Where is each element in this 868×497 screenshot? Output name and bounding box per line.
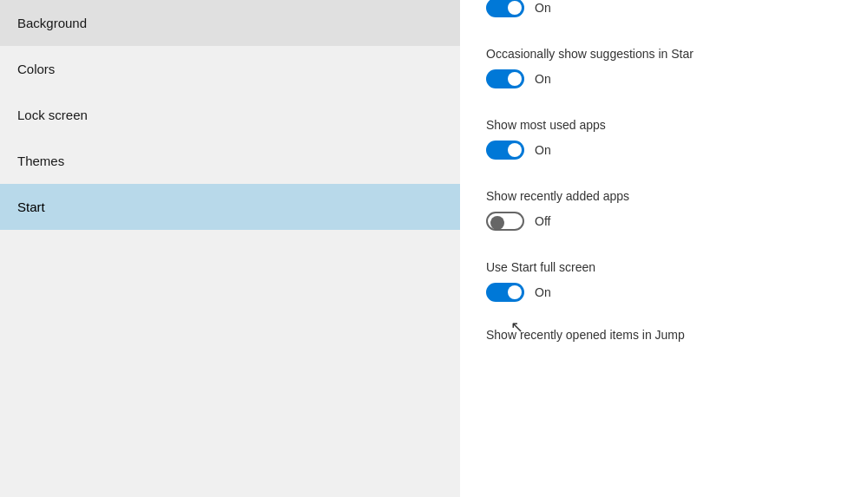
sidebar: Background Colors Lock screen Themes Sta… xyxy=(0,0,460,497)
sidebar-item-colors[interactable]: Colors xyxy=(0,46,460,92)
setting-row-bottom-partial: Show recently opened items in Jump xyxy=(486,316,842,350)
toggle-knob xyxy=(508,143,522,157)
setting-label-bottom-partial: Show recently opened items in Jump xyxy=(486,328,842,342)
toggle-row-suggestions: On xyxy=(486,69,842,88)
sidebar-item-lock-screen[interactable]: Lock screen xyxy=(0,92,460,138)
toggle-knob xyxy=(508,72,522,86)
toggle-knob xyxy=(508,285,522,299)
setting-row-suggestions: Occasionally show suggestions in Star On xyxy=(486,31,842,102)
sidebar-item-label: Lock screen xyxy=(17,108,88,122)
setting-row-full-screen: Use Start full screen ↖ On xyxy=(486,245,842,316)
toggle-label-full-screen: On xyxy=(535,285,551,299)
setting-label-full-screen: Use Start full screen xyxy=(486,260,842,274)
toggle-most-used[interactable] xyxy=(486,141,524,160)
sidebar-item-label: Themes xyxy=(17,154,64,168)
sidebar-item-label: Background xyxy=(17,16,87,30)
toggle-row-recently-added: Off xyxy=(486,212,842,231)
setting-label-recently-added: Show recently added apps xyxy=(486,189,842,203)
setting-row-most-used: Show most used apps On xyxy=(486,102,842,173)
toggle-suggestions[interactable] xyxy=(486,69,524,88)
cursor-indicator: ↖ xyxy=(486,283,524,302)
sidebar-item-start[interactable]: Start xyxy=(0,184,460,230)
toggle-row-full-screen: ↖ On xyxy=(486,283,842,302)
setting-label-most-used: Show most used apps xyxy=(486,118,842,132)
toggle-label-recently-added: Off xyxy=(535,214,550,228)
toggle-recently-added[interactable] xyxy=(486,212,524,231)
setting-row-top-partial: On xyxy=(486,0,842,31)
sidebar-item-background[interactable]: Background xyxy=(0,0,460,46)
toggle-row-top: On xyxy=(486,0,842,17)
setting-row-recently-added: Show recently added apps Off xyxy=(486,173,842,245)
sidebar-item-themes[interactable]: Themes xyxy=(0,138,460,184)
settings-panel: On Occasionally show suggestions in Star… xyxy=(460,0,868,497)
toggle-label-most-used: On xyxy=(535,143,551,157)
toggle-knob xyxy=(490,216,504,230)
sidebar-item-label: Colors xyxy=(17,62,55,76)
toggle-label-top-partial: On xyxy=(535,1,551,15)
toggle-full-screen[interactable] xyxy=(486,283,524,302)
setting-label-suggestions: Occasionally show suggestions in Star xyxy=(486,47,842,61)
toggle-top-partial[interactable] xyxy=(486,0,524,17)
toggle-knob xyxy=(508,1,522,15)
sidebar-item-label: Start xyxy=(17,199,45,214)
toggle-row-most-used: On xyxy=(486,141,842,160)
toggle-label-suggestions: On xyxy=(535,72,551,86)
